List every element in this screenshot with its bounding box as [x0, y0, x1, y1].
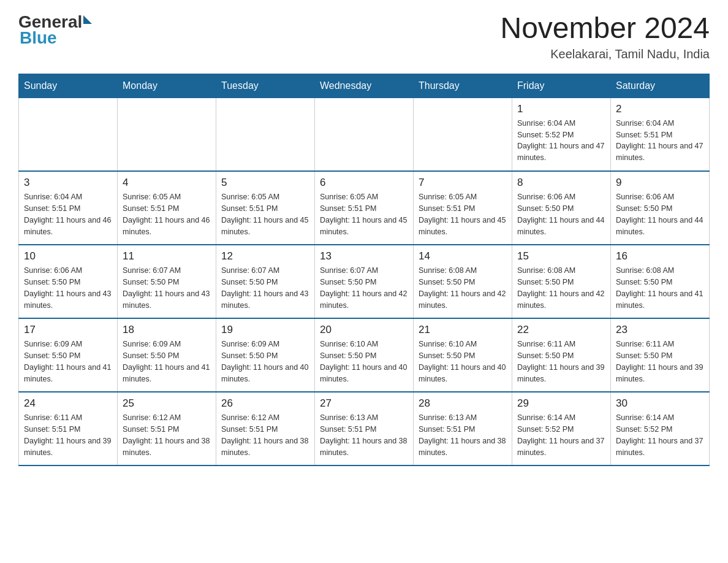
calendar-day-cell: 30Sunrise: 6:14 AM Sunset: 5:52 PM Dayli…: [611, 392, 710, 465]
calendar-week-row: 1Sunrise: 6:04 AM Sunset: 5:52 PM Daylig…: [19, 98, 710, 171]
calendar-day-cell: [118, 98, 216, 171]
day-info: Sunrise: 6:05 AM Sunset: 5:51 PM Dayligh…: [123, 191, 211, 237]
day-info: Sunrise: 6:10 AM Sunset: 5:50 PM Dayligh…: [419, 339, 507, 385]
day-number: 25: [123, 397, 211, 410]
logo: General Blue: [18, 12, 92, 48]
calendar-week-row: 24Sunrise: 6:11 AM Sunset: 5:51 PM Dayli…: [19, 392, 710, 465]
day-number: 22: [517, 324, 605, 336]
day-info: Sunrise: 6:12 AM Sunset: 5:51 PM Dayligh…: [221, 412, 309, 458]
calendar-day-cell: 27Sunrise: 6:13 AM Sunset: 5:51 PM Dayli…: [315, 392, 414, 465]
day-number: 26: [221, 397, 309, 410]
day-number: 7: [419, 177, 507, 189]
day-info: Sunrise: 6:14 AM Sunset: 5:52 PM Dayligh…: [517, 412, 605, 458]
day-number: 12: [221, 250, 309, 262]
calendar-day-cell: 16Sunrise: 6:08 AM Sunset: 5:50 PM Dayli…: [611, 245, 710, 318]
day-info: Sunrise: 6:08 AM Sunset: 5:50 PM Dayligh…: [616, 265, 704, 311]
day-info: Sunrise: 6:09 AM Sunset: 5:50 PM Dayligh…: [123, 339, 211, 385]
month-title: November 2024: [500, 12, 710, 45]
day-number: 30: [616, 397, 704, 410]
calendar-day-cell: 8Sunrise: 6:06 AM Sunset: 5:50 PM Daylig…: [512, 171, 611, 245]
day-info: Sunrise: 6:07 AM Sunset: 5:50 PM Dayligh…: [320, 265, 408, 311]
day-info: Sunrise: 6:07 AM Sunset: 5:50 PM Dayligh…: [123, 265, 211, 311]
day-info: Sunrise: 6:08 AM Sunset: 5:50 PM Dayligh…: [517, 265, 605, 311]
calendar-day-cell: 3Sunrise: 6:04 AM Sunset: 5:51 PM Daylig…: [19, 171, 118, 245]
calendar-day-cell: [315, 98, 414, 171]
page-header: General Blue November 2024 Keelakarai, T…: [18, 12, 710, 61]
day-number: 9: [616, 177, 704, 189]
calendar-table: SundayMondayTuesdayWednesdayThursdayFrid…: [18, 74, 710, 467]
day-number: 29: [517, 397, 605, 410]
calendar-day-cell: 29Sunrise: 6:14 AM Sunset: 5:52 PM Dayli…: [512, 392, 611, 465]
calendar-day-cell: 17Sunrise: 6:09 AM Sunset: 5:50 PM Dayli…: [19, 318, 118, 392]
day-info: Sunrise: 6:09 AM Sunset: 5:50 PM Dayligh…: [221, 339, 309, 385]
day-info: Sunrise: 6:06 AM Sunset: 5:50 PM Dayligh…: [517, 191, 605, 237]
day-number: 27: [320, 397, 408, 410]
calendar-week-row: 17Sunrise: 6:09 AM Sunset: 5:50 PM Dayli…: [19, 318, 710, 392]
day-number: 28: [419, 397, 507, 410]
weekday-header-friday: Friday: [512, 74, 611, 98]
calendar-day-cell: 24Sunrise: 6:11 AM Sunset: 5:51 PM Dayli…: [19, 392, 118, 465]
calendar-day-cell: 5Sunrise: 6:05 AM Sunset: 5:51 PM Daylig…: [216, 171, 315, 245]
day-number: 24: [24, 397, 112, 410]
day-info: Sunrise: 6:09 AM Sunset: 5:50 PM Dayligh…: [24, 339, 112, 385]
day-info: Sunrise: 6:07 AM Sunset: 5:50 PM Dayligh…: [221, 265, 309, 311]
day-number: 17: [24, 324, 112, 336]
day-info: Sunrise: 6:04 AM Sunset: 5:51 PM Dayligh…: [616, 118, 704, 164]
day-number: 16: [616, 250, 704, 262]
calendar-week-row: 10Sunrise: 6:06 AM Sunset: 5:50 PM Dayli…: [19, 245, 710, 318]
day-info: Sunrise: 6:05 AM Sunset: 5:51 PM Dayligh…: [320, 191, 408, 237]
calendar-day-cell: 18Sunrise: 6:09 AM Sunset: 5:50 PM Dayli…: [118, 318, 216, 392]
day-number: 21: [419, 324, 507, 336]
weekday-header-sunday: Sunday: [19, 74, 118, 98]
day-info: Sunrise: 6:13 AM Sunset: 5:51 PM Dayligh…: [320, 412, 408, 458]
calendar-day-cell: 12Sunrise: 6:07 AM Sunset: 5:50 PM Dayli…: [216, 245, 315, 318]
calendar-day-cell: 1Sunrise: 6:04 AM Sunset: 5:52 PM Daylig…: [512, 98, 611, 171]
day-number: 20: [320, 324, 408, 336]
weekday-header-tuesday: Tuesday: [216, 74, 315, 98]
day-number: 2: [616, 103, 704, 115]
calendar-day-cell: 13Sunrise: 6:07 AM Sunset: 5:50 PM Dayli…: [315, 245, 414, 318]
logo-triangle-icon: [83, 15, 92, 24]
day-number: 4: [123, 177, 211, 189]
calendar-week-row: 3Sunrise: 6:04 AM Sunset: 5:51 PM Daylig…: [19, 171, 710, 245]
day-number: 15: [517, 250, 605, 262]
day-number: 18: [123, 324, 211, 336]
calendar-day-cell: 6Sunrise: 6:05 AM Sunset: 5:51 PM Daylig…: [315, 171, 414, 245]
day-number: 6: [320, 177, 408, 189]
calendar-day-cell: [414, 98, 512, 171]
day-info: Sunrise: 6:11 AM Sunset: 5:50 PM Dayligh…: [616, 339, 704, 385]
day-info: Sunrise: 6:04 AM Sunset: 5:52 PM Dayligh…: [517, 118, 605, 164]
weekday-header-wednesday: Wednesday: [315, 74, 414, 98]
day-info: Sunrise: 6:04 AM Sunset: 5:51 PM Dayligh…: [24, 191, 112, 237]
calendar-day-cell: 25Sunrise: 6:12 AM Sunset: 5:51 PM Dayli…: [118, 392, 216, 465]
title-area: November 2024 Keelakarai, Tamil Nadu, In…: [500, 12, 710, 61]
calendar-day-cell: 2Sunrise: 6:04 AM Sunset: 5:51 PM Daylig…: [611, 98, 710, 171]
calendar-day-cell: 21Sunrise: 6:10 AM Sunset: 5:50 PM Dayli…: [414, 318, 512, 392]
calendar-day-cell: 19Sunrise: 6:09 AM Sunset: 5:50 PM Dayli…: [216, 318, 315, 392]
logo-blue-text: Blue: [20, 28, 92, 48]
calendar-day-cell: 10Sunrise: 6:06 AM Sunset: 5:50 PM Dayli…: [19, 245, 118, 318]
day-number: 13: [320, 250, 408, 262]
calendar-day-cell: 14Sunrise: 6:08 AM Sunset: 5:50 PM Dayli…: [414, 245, 512, 318]
calendar-day-cell: 15Sunrise: 6:08 AM Sunset: 5:50 PM Dayli…: [512, 245, 611, 318]
calendar-day-cell: 26Sunrise: 6:12 AM Sunset: 5:51 PM Dayli…: [216, 392, 315, 465]
day-info: Sunrise: 6:13 AM Sunset: 5:51 PM Dayligh…: [419, 412, 507, 458]
calendar-day-cell: 28Sunrise: 6:13 AM Sunset: 5:51 PM Dayli…: [414, 392, 512, 465]
calendar-day-cell: 23Sunrise: 6:11 AM Sunset: 5:50 PM Dayli…: [611, 318, 710, 392]
calendar-day-cell: 7Sunrise: 6:05 AM Sunset: 5:51 PM Daylig…: [414, 171, 512, 245]
day-number: 3: [24, 177, 112, 189]
day-number: 8: [517, 177, 605, 189]
calendar-day-cell: 4Sunrise: 6:05 AM Sunset: 5:51 PM Daylig…: [118, 171, 216, 245]
day-info: Sunrise: 6:08 AM Sunset: 5:50 PM Dayligh…: [419, 265, 507, 311]
day-number: 10: [24, 250, 112, 262]
calendar-day-cell: [19, 98, 118, 171]
weekday-header-row: SundayMondayTuesdayWednesdayThursdayFrid…: [19, 74, 710, 98]
day-info: Sunrise: 6:05 AM Sunset: 5:51 PM Dayligh…: [419, 191, 507, 237]
day-number: 11: [123, 250, 211, 262]
calendar-day-cell: 11Sunrise: 6:07 AM Sunset: 5:50 PM Dayli…: [118, 245, 216, 318]
weekday-header-saturday: Saturday: [611, 74, 710, 98]
day-number: 19: [221, 324, 309, 336]
weekday-header-thursday: Thursday: [414, 74, 512, 98]
day-info: Sunrise: 6:14 AM Sunset: 5:52 PM Dayligh…: [616, 412, 704, 458]
day-info: Sunrise: 6:11 AM Sunset: 5:50 PM Dayligh…: [517, 339, 605, 385]
